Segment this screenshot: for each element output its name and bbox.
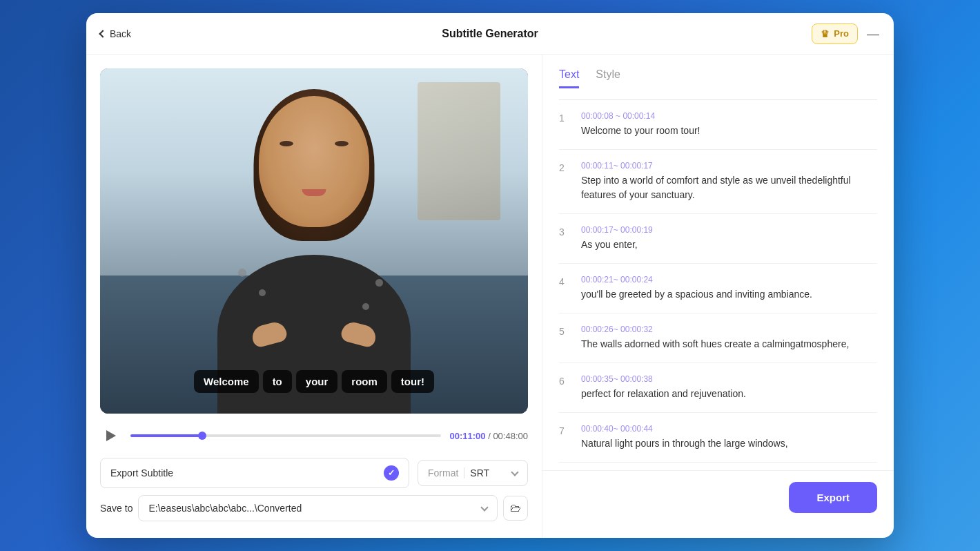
tabs-header: Text Style (542, 68, 894, 88)
pro-label: Pro (834, 28, 849, 39)
subtitle-item[interactable]: 6 00:00:35~ 00:00:38 perfect for relaxat… (559, 363, 877, 413)
subtitle-index: 7 (559, 425, 570, 436)
subtitle-time: 00:00:21~ 00:00:24 (581, 275, 877, 284)
format-label: Format (428, 467, 458, 478)
export-subtitle-label: Export Subtitle (110, 467, 378, 478)
subtitle-content: 00:00:17~ 00:00:19 As you enter, (581, 225, 877, 252)
play-button[interactable] (100, 425, 122, 447)
subtitle-word-5: tour! (391, 370, 434, 393)
crown-icon: ♛ (821, 28, 830, 39)
subtitle-text: Welcome to your room tour! (581, 124, 877, 138)
subtitle-content: 00:00:35~ 00:00:38 perfect for relaxatio… (581, 374, 877, 401)
subtitle-text: Step into a world of comfort and style a… (581, 173, 877, 202)
subtitle-item[interactable]: 3 00:00:17~ 00:00:19 As you enter, (559, 214, 877, 264)
video-background (100, 68, 528, 414)
save-path-text: E:\easeus\abc\abc\abc...\Converted (148, 503, 476, 514)
subtitle-time: 00:00:26~ 00:00:32 (581, 325, 877, 334)
total-time: 00:48:00 (493, 431, 528, 441)
play-icon (106, 430, 116, 441)
export-button[interactable]: Export (789, 482, 877, 513)
subtitle-item[interactable]: 2 00:00:11~ 00:00:17 Step into a world o… (559, 150, 877, 214)
current-time: 00:11:00 (449, 431, 485, 441)
subtitle-time: 00:00:08 ~ 00:00:14 (581, 111, 877, 121)
subtitle-item[interactable]: 5 00:00:26~ 00:00:32 The walls adorned w… (559, 313, 877, 363)
progress-dot (198, 432, 206, 440)
subtitle-content: 00:00:08 ~ 00:00:14 Welcome to your room… (581, 111, 877, 138)
subtitle-text: you'll be greeted by a spacious and invi… (581, 287, 877, 302)
subtitle-word-3: your (296, 370, 338, 393)
subtitle-time: 00:00:40~ 00:00:44 (581, 424, 877, 434)
subtitle-time: 00:00:11~ 00:00:17 (581, 161, 877, 171)
subtitle-content: 00:00:21~ 00:00:24 you'll be greeted by … (581, 275, 877, 302)
header: Back Subtitle Generator ♛ Pro — (86, 13, 894, 55)
subtitle-index: 4 (559, 276, 570, 287)
format-value: SRT (470, 467, 507, 478)
subtitle-content: 00:00:26~ 00:00:32 The walls adorned wit… (581, 325, 877, 351)
check-circle-icon: ✓ (384, 465, 399, 481)
back-label: Back (110, 28, 131, 39)
subtitle-index: 1 (559, 113, 570, 124)
app-title: Subtitle Generator (442, 28, 538, 40)
header-right: ♛ Pro — (812, 23, 880, 44)
tab-text[interactable]: Text (559, 68, 579, 88)
time-display: 00:11:00 / 00:48:00 (449, 431, 528, 441)
progress-bar[interactable] (130, 434, 441, 437)
subtitle-index: 5 (559, 326, 570, 337)
player-controls: 00:11:00 / 00:48:00 (100, 425, 528, 447)
subtitle-word-2: to (263, 370, 292, 393)
subtitle-overlay: Welcome to your room tour! (100, 370, 528, 393)
export-subtitle-field[interactable]: Export Subtitle ✓ (100, 458, 409, 488)
export-format-row: Export Subtitle ✓ Format SRT (100, 458, 528, 488)
subtitle-time: 00:00:35~ 00:00:38 (581, 374, 877, 384)
right-panel: Text Style 1 00:00:08 ~ 00:00:14 Welcome… (542, 55, 894, 538)
minimize-button[interactable]: — (866, 27, 880, 41)
save-to-label: Save to (100, 503, 133, 514)
export-bar: Export Subtitle ✓ Format SRT Save to (100, 458, 528, 521)
subtitle-index: 6 (559, 376, 570, 387)
save-path-field[interactable]: E:\easeus\abc\abc\abc...\Converted (138, 495, 498, 521)
chevron-down-icon (511, 468, 518, 476)
subtitle-index: 3 (559, 226, 570, 238)
subtitle-content: 00:00:11~ 00:00:17 Step into a world of … (581, 161, 877, 202)
main-content: Welcome to your room tour! 00:11:00 (86, 55, 894, 538)
video-player[interactable]: Welcome to your room tour! (100, 68, 528, 414)
check-mark-icon: ✓ (388, 468, 395, 478)
subtitle-word-4: room (342, 370, 387, 393)
format-select[interactable]: Format SRT (418, 460, 528, 486)
back-button[interactable]: Back (100, 28, 131, 39)
save-row: Save to E:\easeus\abc\abc\abc...\Convert… (100, 495, 528, 521)
progress-fill (130, 434, 202, 437)
subtitle-word-1: Welcome (194, 370, 259, 393)
export-button-container: Export (542, 470, 894, 524)
pro-badge[interactable]: ♛ Pro (812, 23, 858, 44)
tab-style[interactable]: Style (596, 68, 620, 88)
app-window: Back Subtitle Generator ♛ Pro — (86, 13, 894, 538)
left-panel: Welcome to your room tour! 00:11:00 (86, 55, 542, 538)
subtitle-item[interactable]: 7 00:00:40~ 00:00:44 Natural light pours… (559, 413, 877, 463)
chevron-down-save-icon (480, 503, 488, 511)
subtitle-item[interactable]: 1 00:00:08 ~ 00:00:14 Welcome to your ro… (559, 100, 877, 150)
subtitle-index: 2 (559, 162, 570, 173)
subtitle-text: As you enter, (581, 238, 877, 252)
subtitle-text: perfect for relaxation and rejuvenation. (581, 387, 877, 401)
folder-icon[interactable]: 🗁 (503, 496, 528, 521)
format-divider (464, 467, 464, 478)
subtitle-time: 00:00:17~ 00:00:19 (581, 225, 877, 235)
subtitle-list: 1 00:00:08 ~ 00:00:14 Welcome to your ro… (542, 100, 894, 470)
subtitle-text: The walls adorned with soft hues create … (581, 337, 877, 351)
subtitle-item[interactable]: 4 00:00:21~ 00:00:24 you'll be greeted b… (559, 264, 877, 313)
person-face (259, 96, 369, 227)
subtitle-content: 00:00:40~ 00:00:44 Natural light pours i… (581, 424, 877, 451)
subtitle-text: Natural light pours in through the large… (581, 436, 877, 451)
back-arrow-icon (99, 30, 106, 37)
